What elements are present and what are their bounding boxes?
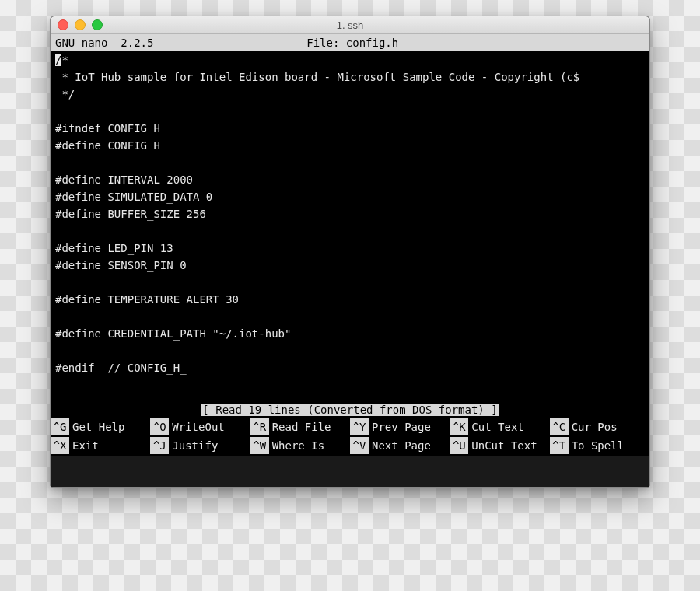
editor-line[interactable]: #ifndef CONFIG_H_ bbox=[55, 120, 645, 137]
editor-line[interactable]: #define BUFFER_SIZE 256 bbox=[55, 205, 645, 222]
editor-line[interactable]: #define SENSOR_PIN 0 bbox=[55, 257, 645, 274]
editor-line[interactable]: */ bbox=[55, 86, 645, 103]
editor-content[interactable]: /* * IoT Hub sample for Intel Edison boa… bbox=[51, 51, 649, 401]
shortcut-key: ^V bbox=[350, 437, 369, 454]
shortcut-label: Get Help bbox=[72, 418, 124, 435]
traffic-lights bbox=[51, 19, 103, 30]
editor-line[interactable]: #define LED_PIN 13 bbox=[55, 240, 645, 257]
shortcut-exit[interactable]: ^X Exit bbox=[51, 437, 150, 454]
shortcut-to-spell[interactable]: ^T To Spell bbox=[550, 437, 649, 454]
shortcut-label: Prev Page bbox=[372, 418, 431, 435]
shortcut-key: ^R bbox=[250, 418, 269, 435]
close-icon[interactable] bbox=[58, 19, 68, 30]
editor-line[interactable]: #endif // CONFIG_H_ bbox=[55, 359, 645, 376]
shortcut-prev-page[interactable]: ^Y Prev Page bbox=[350, 418, 450, 435]
shortcut-label: Exit bbox=[72, 437, 99, 454]
editor-line[interactable] bbox=[55, 342, 645, 359]
nano-shortcuts-row-2: ^X Exit ^J Justify ^W Where Is ^V Next P… bbox=[51, 437, 649, 456]
nano-header: GNU nano 2.2.5 File: config.h bbox=[51, 34, 649, 51]
nano-status-bar: [ Read 19 lines (Converted from DOS form… bbox=[51, 401, 649, 418]
editor-line[interactable]: * IoT Hub sample for Intel Edison board … bbox=[55, 68, 645, 86]
editor-line[interactable]: #define CONFIG_H_ bbox=[55, 137, 645, 154]
editor-line[interactable]: #define CREDENTIAL_PATH "~/.iot-hub" bbox=[55, 325, 645, 342]
shortcut-key: ^U bbox=[450, 437, 468, 454]
minimize-icon[interactable] bbox=[75, 19, 86, 30]
editor-line[interactable] bbox=[55, 103, 645, 120]
shortcut-key: ^T bbox=[550, 437, 569, 454]
shortcut-label: To Spell bbox=[572, 437, 624, 454]
shortcut-label: WriteOut bbox=[172, 418, 224, 435]
editor-line[interactable]: /* bbox=[55, 51, 645, 68]
editor-line[interactable]: #define SIMULATED_DATA 0 bbox=[55, 188, 645, 205]
editor-line[interactable] bbox=[55, 274, 645, 291]
editor-text: * bbox=[61, 54, 68, 66]
shortcut-uncut-text[interactable]: ^U UnCut Text bbox=[450, 437, 549, 454]
shortcut-label: Where Is bbox=[272, 437, 324, 454]
macos-titlebar[interactable]: 1. ssh bbox=[51, 16, 649, 34]
shortcut-writeout[interactable]: ^O WriteOut bbox=[150, 418, 250, 435]
shortcut-key: ^X bbox=[51, 437, 69, 454]
nano-shortcuts-row-1: ^G Get Help ^O WriteOut ^R Read File ^Y … bbox=[51, 418, 649, 437]
shortcut-key: ^Y bbox=[350, 418, 369, 435]
nano-file-label: File: bbox=[306, 37, 339, 49]
zoom-icon[interactable] bbox=[92, 19, 103, 30]
shortcut-get-help[interactable]: ^G Get Help bbox=[51, 418, 150, 435]
terminal-window: 1. ssh GNU nano 2.2.5 File: config.h /* … bbox=[50, 16, 650, 488]
window-title: 1. ssh bbox=[51, 19, 649, 31]
editor-line[interactable] bbox=[55, 222, 645, 240]
editor-line[interactable] bbox=[55, 308, 645, 325]
shortcut-key: ^G bbox=[51, 418, 69, 435]
shortcut-label: Cut Text bbox=[471, 418, 523, 435]
shortcut-label: Next Page bbox=[372, 437, 431, 454]
terminal-body[interactable]: GNU nano 2.2.5 File: config.h /* * IoT H… bbox=[51, 34, 649, 487]
shortcut-key: ^K bbox=[450, 418, 468, 435]
editor-line[interactable]: #define INTERVAL 2000 bbox=[55, 171, 645, 188]
editor-line[interactable] bbox=[55, 154, 645, 171]
editor-line[interactable] bbox=[55, 376, 645, 393]
shortcut-label: Justify bbox=[172, 437, 218, 454]
shortcut-cut-text[interactable]: ^K Cut Text bbox=[450, 418, 549, 435]
shortcut-label: Cur Pos bbox=[572, 418, 618, 435]
nano-filename: config.h bbox=[346, 37, 398, 49]
shortcut-label: Read File bbox=[272, 418, 331, 435]
editor-line[interactable]: #define TEMPERATURE_ALERT 30 bbox=[55, 291, 645, 308]
shortcut-key: ^C bbox=[550, 418, 569, 435]
nano-file: File: config.h bbox=[60, 34, 645, 51]
shortcut-key: ^W bbox=[250, 437, 269, 454]
shortcut-key: ^J bbox=[150, 437, 169, 454]
shortcut-key: ^O bbox=[150, 418, 169, 435]
nano-status-text: [ Read 19 lines (Converted from DOS form… bbox=[201, 404, 499, 416]
shortcut-next-page[interactable]: ^V Next Page bbox=[350, 437, 450, 454]
shortcut-cur-pos[interactable]: ^C Cur Pos bbox=[550, 418, 649, 435]
shortcut-read-file[interactable]: ^R Read File bbox=[250, 418, 350, 435]
shortcut-where-is[interactable]: ^W Where Is bbox=[250, 437, 350, 454]
shortcut-label: UnCut Text bbox=[471, 437, 537, 454]
shortcut-justify[interactable]: ^J Justify bbox=[150, 437, 250, 454]
terminal-bottom-padding bbox=[51, 456, 649, 487]
